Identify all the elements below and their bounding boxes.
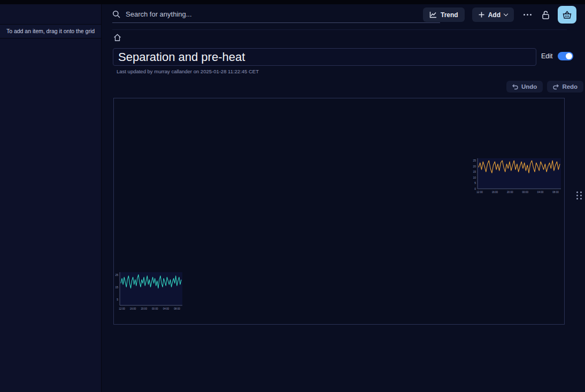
home-icon[interactable] bbox=[113, 34, 121, 42]
breadcrumb bbox=[113, 32, 126, 43]
svg-text:0: 0 bbox=[474, 187, 476, 190]
more-options-button[interactable] bbox=[521, 12, 534, 18]
left-trend-chart[interactable]: 2515512:0016:0020:0000:0004:0008:00 bbox=[115, 272, 182, 310]
palette-hint: To add an item, drag it onto the grid bbox=[0, 25, 101, 39]
svg-text:10: 10 bbox=[473, 176, 476, 179]
page-title: Separation and pre-heat bbox=[118, 50, 245, 64]
edit-toggle[interactable] bbox=[558, 52, 573, 60]
app-window: To add an item, drag it onto the grid Tr… bbox=[0, 0, 585, 392]
lock-icon bbox=[541, 10, 550, 20]
svg-text:08:00: 08:00 bbox=[552, 191, 559, 194]
svg-text:15: 15 bbox=[115, 286, 118, 289]
edit-label: Edit bbox=[541, 52, 553, 60]
edit-toggle-group: Edit bbox=[541, 52, 573, 60]
svg-text:12:00: 12:00 bbox=[119, 308, 125, 310]
svg-text:20:00: 20:00 bbox=[507, 191, 513, 194]
window-top-strip bbox=[0, 0, 585, 4]
svg-text:16:00: 16:00 bbox=[492, 191, 498, 194]
header-divider bbox=[112, 29, 567, 30]
page-title-field[interactable]: Separation and pre-heat bbox=[113, 48, 536, 66]
svg-text:12:00: 12:00 bbox=[476, 191, 483, 194]
add-label: Add bbox=[488, 11, 501, 19]
palette-tabs bbox=[0, 4, 101, 25]
trend-label: Trend bbox=[441, 11, 458, 19]
lock-button[interactable] bbox=[541, 10, 550, 20]
undo-button[interactable]: Undo bbox=[506, 81, 543, 93]
svg-text:16:00: 16:00 bbox=[130, 308, 136, 310]
palette-sidebar: To add an item, drag it onto the grid bbox=[0, 4, 102, 392]
trend-chart-icon bbox=[429, 11, 437, 18]
redo-button[interactable]: Redo bbox=[547, 81, 583, 93]
svg-text:08:00: 08:00 bbox=[174, 308, 180, 310]
svg-text:20:00: 20:00 bbox=[141, 308, 147, 310]
svg-text:5: 5 bbox=[117, 298, 118, 301]
right-trend-chart[interactable]: 252015105012:0016:0020:0000:0004:0008:00 bbox=[473, 158, 561, 194]
svg-text:04:00: 04:00 bbox=[163, 308, 170, 310]
panel-drag-handle[interactable] bbox=[576, 191, 582, 199]
basket-button[interactable] bbox=[558, 6, 576, 24]
svg-text:25: 25 bbox=[115, 273, 118, 276]
chevron-down-icon bbox=[504, 12, 508, 16]
svg-text:20: 20 bbox=[473, 165, 476, 168]
topbar-actions: Trend Add bbox=[423, 6, 576, 24]
trend-button[interactable]: Trend bbox=[423, 7, 465, 22]
global-search[interactable] bbox=[112, 6, 440, 23]
add-button[interactable]: Add bbox=[472, 7, 514, 22]
redo-icon bbox=[553, 84, 559, 90]
svg-text:5: 5 bbox=[474, 181, 476, 185]
undo-redo-group: Undo Redo bbox=[506, 81, 583, 93]
svg-text:25: 25 bbox=[473, 159, 476, 162]
search-input[interactable] bbox=[126, 10, 440, 18]
diagram-canvas[interactable]: 2515512:0016:0020:0000:0004:0008:0025201… bbox=[113, 98, 565, 325]
svg-text:00:00: 00:00 bbox=[522, 191, 528, 194]
last-updated: Last updated by murray callander on 2025… bbox=[117, 68, 259, 74]
main-area: Trend Add Separation and pre-heat Ed bbox=[102, 4, 585, 392]
svg-text:15: 15 bbox=[473, 170, 476, 173]
search-icon bbox=[112, 10, 120, 18]
plus-icon bbox=[479, 12, 484, 18]
svg-text:04:00: 04:00 bbox=[537, 191, 544, 194]
undo-icon bbox=[512, 84, 518, 90]
basket-icon bbox=[563, 11, 572, 19]
svg-text:00:00: 00:00 bbox=[152, 308, 158, 310]
